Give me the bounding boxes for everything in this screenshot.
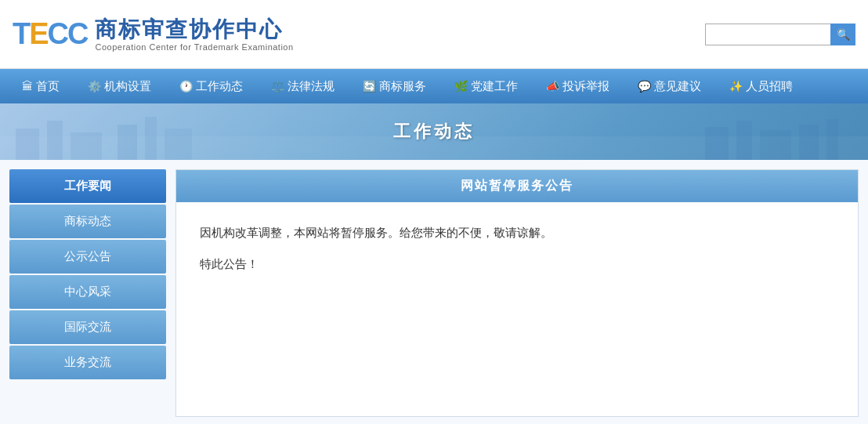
news-icon: 🕐 (179, 80, 193, 92)
svg-rect-6 (165, 129, 192, 160)
law-icon: ⚖️ (271, 80, 284, 92)
home-icon: 🏛 (22, 80, 33, 92)
sidebar-item-business[interactable]: 业务交流 (9, 346, 166, 379)
svg-rect-9 (760, 130, 791, 160)
nav-item-trademark[interactable]: 🔄 商标服务 (349, 69, 440, 103)
sidebar-item-work-news[interactable]: 工作要闻 (9, 169, 166, 203)
nav-item-home[interactable]: 🏛 首页 (8, 69, 74, 103)
nav-item-party[interactable]: 🌿 党建工作 (440, 69, 532, 103)
search-input[interactable] (705, 24, 830, 45)
navbar: 🏛 首页 ⚙️ 机构设置 🕐 工作动态 ⚖️ 法律法规 🔄 商标服务 🌿 党建工… (0, 69, 868, 103)
svg-rect-11 (826, 119, 838, 160)
content-paragraph-2: 特此公告！ (200, 252, 834, 276)
content-header: 网站暂停服务公告 (176, 170, 858, 202)
banner-title: 工作动态 (393, 120, 475, 143)
svg-rect-8 (736, 121, 752, 160)
svg-rect-3 (71, 132, 102, 160)
svg-rect-1 (16, 129, 39, 160)
search-button[interactable]: 🔍 (830, 24, 855, 45)
logo-t: T (13, 17, 29, 50)
party-icon: 🌿 (454, 80, 468, 92)
logo-c2: C (67, 17, 87, 50)
search-area: 🔍 (705, 24, 855, 45)
complaint-icon: 📣 (546, 80, 559, 92)
content-body: 因机构改革调整，本网站将暂停服务。给您带来的不便，敬请谅解。 特此公告！ (176, 202, 858, 303)
sidebar-item-center-style[interactable]: 中心风采 (9, 275, 166, 309)
nav-label-home: 首页 (36, 79, 60, 94)
nav-label-law: 法律法规 (288, 79, 335, 94)
logo-cn-text: 商标审查协作中心 (95, 16, 293, 43)
nav-label-trademark: 商标服务 (379, 79, 426, 94)
logo-en-text: Cooperation Center for Trademark Examina… (95, 42, 293, 52)
main-content: 工作要闻 商标动态 公示公告 中心风采 国际交流 业务交流 网站暂停服务公告 因… (0, 160, 868, 424)
suggestion-icon: 💬 (638, 80, 651, 92)
nav-item-recruit[interactable]: ✨ 人员招聘 (715, 69, 807, 103)
trademark-icon: 🔄 (363, 80, 376, 92)
svg-rect-4 (118, 125, 137, 160)
nav-item-complaint[interactable]: 📣 投诉举报 (532, 69, 624, 103)
svg-rect-2 (47, 121, 63, 160)
nav-item-law[interactable]: ⚖️ 法律法规 (257, 69, 349, 103)
nav-label-org: 机构设置 (104, 79, 151, 94)
sidebar-item-trademark-news[interactable]: 商标动态 (9, 205, 166, 238)
nav-label-recruit: 人员招聘 (746, 79, 793, 94)
svg-rect-7 (705, 127, 729, 160)
logo-area: TECC 商标审查协作中心 Cooperation Center for Tra… (13, 16, 294, 53)
org-icon: ⚙️ (88, 80, 101, 92)
logo-text: 商标审查协作中心 Cooperation Center for Trademar… (95, 16, 293, 53)
content-panel: 网站暂停服务公告 因机构改革调整，本网站将暂停服务。给您带来的不便，敬请谅解。 … (175, 169, 859, 417)
nav-item-news[interactable]: 🕐 工作动态 (165, 69, 257, 103)
nav-item-suggestion[interactable]: 💬 意见建议 (624, 69, 715, 103)
sidebar-item-international[interactable]: 国际交流 (9, 310, 166, 344)
sidebar-item-announcements[interactable]: 公示公告 (9, 240, 166, 274)
logo-e: E (29, 17, 47, 50)
logo-c1: C (48, 17, 67, 50)
tecc-logo: TECC (13, 17, 87, 51)
nav-label-complaint: 投诉举报 (562, 79, 609, 94)
svg-rect-10 (799, 125, 819, 160)
nav-label-suggestion: 意见建议 (654, 79, 701, 94)
banner: 工作动态 (0, 103, 868, 160)
nav-item-org[interactable]: ⚙️ 机构设置 (74, 69, 165, 103)
recruit-icon: ✨ (729, 80, 743, 92)
content-paragraph-1: 因机构改革调整，本网站将暂停服务。给您带来的不便，敬请谅解。 (200, 221, 834, 245)
nav-label-news: 工作动态 (196, 79, 243, 94)
nav-label-party: 党建工作 (471, 79, 518, 94)
header: TECC 商标审查协作中心 Cooperation Center for Tra… (0, 0, 868, 69)
svg-rect-5 (145, 117, 157, 160)
sidebar: 工作要闻 商标动态 公示公告 中心风采 国际交流 业务交流 (9, 169, 166, 417)
